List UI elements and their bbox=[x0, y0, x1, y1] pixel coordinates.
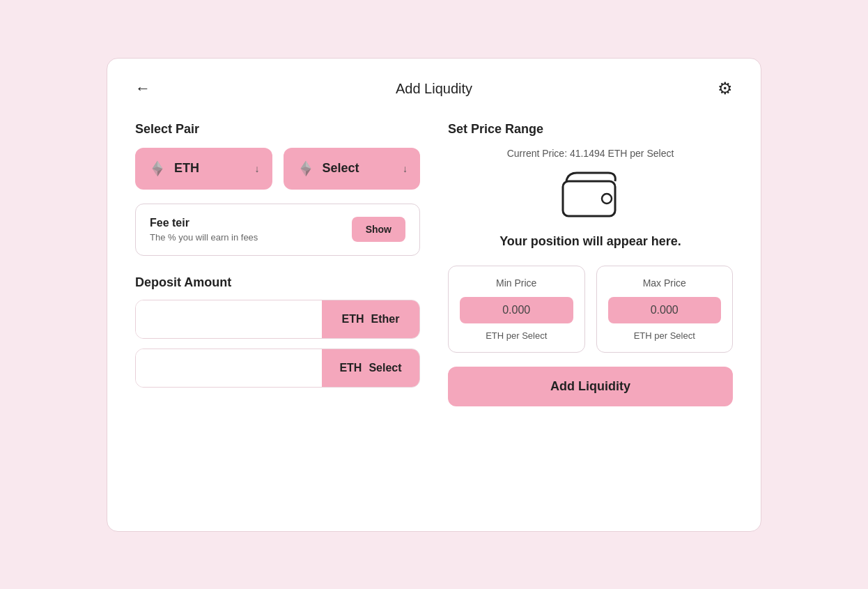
deposit-token-tag-2: ETH Select bbox=[322, 349, 419, 387]
current-price-text: Current Price: 41.1494 ETH per Select bbox=[448, 148, 733, 159]
select-pair-label: Select Pair bbox=[135, 122, 420, 137]
max-price-unit: ETH per Select bbox=[608, 330, 722, 341]
max-price-label: Max Price bbox=[608, 277, 722, 289]
min-price-card: Min Price ETH per Select bbox=[448, 266, 585, 353]
price-cards: Min Price ETH per Select Max Price ETH p… bbox=[448, 266, 733, 353]
set-price-range-label: Set Price Range bbox=[448, 122, 733, 137]
min-price-input[interactable] bbox=[460, 297, 573, 323]
fee-tier-text: Fee teir The % you will earn in fees bbox=[150, 217, 258, 243]
token2-button[interactable]: Select ↓ bbox=[284, 148, 421, 190]
eth-icon-2 bbox=[296, 159, 316, 178]
deposit1-symbol: ETH bbox=[342, 313, 364, 326]
add-liquidity-button[interactable]: Add Liquidity bbox=[448, 367, 733, 406]
main-card: ← Add Liqudity ⚙ Select Pair bbox=[107, 58, 761, 532]
token1-symbol: ETH bbox=[174, 161, 199, 176]
wallet-icon-container bbox=[448, 167, 733, 223]
eth-icon-1 bbox=[148, 159, 167, 178]
show-fee-button[interactable]: Show bbox=[352, 217, 405, 242]
wallet-icon bbox=[559, 167, 622, 223]
svg-rect-10 bbox=[563, 181, 615, 216]
deposit-input-row-2: ETH Select bbox=[135, 349, 420, 388]
deposit2-symbol: ETH bbox=[339, 362, 362, 374]
token2-chevron: ↓ bbox=[403, 163, 408, 174]
left-panel: Select Pair ETH ↓ bbox=[135, 122, 420, 406]
svg-point-11 bbox=[602, 194, 612, 204]
page-title: Add Liqudity bbox=[396, 81, 472, 97]
back-button[interactable]: ← bbox=[135, 79, 150, 98]
pair-row: ETH ↓ Select ↓ bbox=[135, 148, 420, 190]
deposit2-name: Select bbox=[369, 362, 401, 374]
token2-symbol: Select bbox=[323, 161, 359, 176]
min-price-unit: ETH per Select bbox=[460, 330, 573, 341]
main-content: Select Pair ETH ↓ bbox=[135, 122, 733, 406]
token1-button[interactable]: ETH ↓ bbox=[135, 148, 272, 190]
deposit-input-1[interactable] bbox=[136, 300, 322, 338]
max-price-input[interactable] bbox=[608, 297, 722, 323]
min-price-label: Min Price bbox=[460, 277, 573, 289]
deposit-token-tag-1: ETH Ether bbox=[322, 300, 419, 338]
position-placeholder: Your position will appear here. bbox=[448, 234, 733, 249]
deposit-input-2[interactable] bbox=[136, 349, 322, 387]
token1-chevron: ↓ bbox=[255, 163, 260, 174]
fee-tier-description: The % you will earn in fees bbox=[150, 232, 258, 243]
header: ← Add Liqudity ⚙ bbox=[135, 81, 733, 97]
right-panel: Set Price Range Current Price: 41.1494 E… bbox=[448, 122, 733, 406]
fee-tier-box: Fee teir The % you will earn in fees Sho… bbox=[135, 204, 420, 256]
deposit1-name: Ether bbox=[371, 313, 400, 326]
settings-button[interactable]: ⚙ bbox=[718, 79, 733, 98]
fee-tier-title: Fee teir bbox=[150, 217, 258, 229]
deposit-input-row-1: ETH Ether bbox=[135, 300, 420, 339]
deposit-amount-label: Deposit Amount bbox=[135, 275, 420, 290]
max-price-card: Max Price ETH per Select bbox=[596, 266, 734, 353]
